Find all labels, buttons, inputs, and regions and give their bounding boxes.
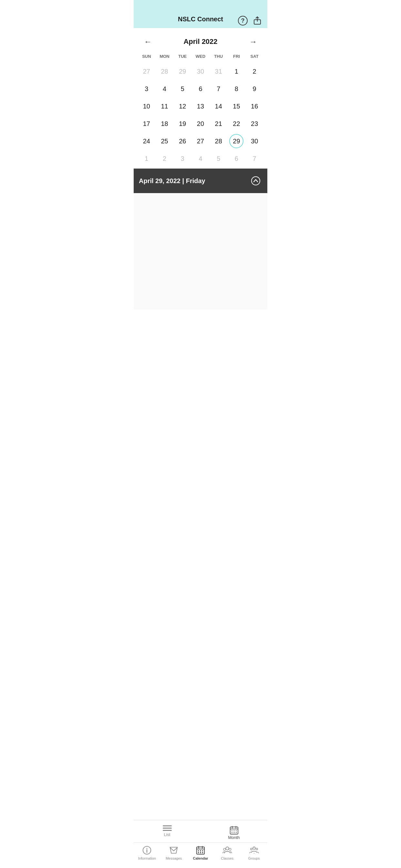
day-header-sat: SAT (245, 53, 264, 61)
header-actions: ? (238, 16, 262, 26)
month-navigation: ← April 2022 → (137, 33, 264, 53)
calendar-day[interactable]: 14 (210, 97, 227, 115)
calendar-day[interactable]: 13 (191, 97, 210, 115)
calendar-day[interactable]: 1 (137, 150, 156, 167)
calendar-day[interactable]: 2 (156, 150, 174, 167)
month-title: April 2022 (183, 37, 217, 46)
scroll-up-button[interactable] (249, 175, 262, 187)
calendar-day[interactable]: 6 (191, 80, 210, 97)
day-headers: SUN MON TUE WED THU FRI SAT (137, 53, 264, 61)
calendar-day[interactable]: 5 (174, 80, 191, 97)
calendar-day[interactable]: 8 (227, 80, 246, 97)
calendar-day[interactable]: 4 (156, 80, 174, 97)
events-area (134, 193, 267, 309)
next-month-button[interactable]: → (247, 36, 259, 48)
calendar-day[interactable]: 21 (210, 115, 227, 132)
calendar-day[interactable]: 3 (137, 80, 156, 97)
calendar-day[interactable]: 23 (245, 115, 264, 132)
calendar-day[interactable]: 22 (227, 115, 246, 132)
calendar-day[interactable]: 10 (137, 97, 156, 115)
calendar-day[interactable]: 27 (137, 63, 156, 80)
app-header: NSLC Connect ? (134, 0, 267, 28)
calendar-day-selected[interactable]: 29 (227, 132, 246, 150)
day-header-thu: THU (210, 53, 227, 61)
calendar-day[interactable]: 4 (191, 150, 210, 167)
calendar-day[interactable]: 30 (191, 63, 210, 80)
app-title: NSLC Connect (178, 16, 223, 23)
calendar-container: ← April 2022 → SUN MON TUE WED THU FRI S… (134, 28, 267, 167)
day-header-tue: TUE (174, 53, 191, 61)
day-header-wed: WED (191, 53, 210, 61)
calendar-day[interactable]: 27 (191, 132, 210, 150)
calendar-day[interactable]: 29 (174, 63, 191, 80)
calendar-day[interactable]: 24 (137, 132, 156, 150)
calendar-day[interactable]: 9 (245, 80, 264, 97)
selected-date-banner: April 29, 2022 | Friday (134, 168, 267, 193)
calendar-day[interactable]: 12 (174, 97, 191, 115)
calendar-day[interactable]: 1 (227, 63, 246, 80)
day-header-mon: MON (156, 53, 174, 61)
calendar-day[interactable]: 6 (227, 150, 246, 167)
calendar-day[interactable]: 17 (137, 115, 156, 132)
calendar-day[interactable]: 11 (156, 97, 174, 115)
calendar-day[interactable]: 5 (210, 150, 227, 167)
share-button[interactable] (252, 16, 262, 26)
calendar-day[interactable]: 19 (174, 115, 191, 132)
calendar-day[interactable]: 30 (245, 132, 264, 150)
help-button[interactable]: ? (238, 16, 248, 26)
calendar-grid: 27 28 29 30 31 1 2 3 4 5 6 7 8 9 10 11 1… (137, 63, 264, 167)
selected-date-text: April 29, 2022 | Friday (139, 177, 205, 185)
day-header-sun: SUN (137, 53, 156, 61)
calendar-day[interactable]: 18 (156, 115, 174, 132)
calendar-day[interactable]: 15 (227, 97, 246, 115)
calendar-day[interactable]: 31 (210, 63, 227, 80)
svg-point-4 (251, 177, 260, 185)
day-header-fri: FRI (227, 53, 246, 61)
calendar-day[interactable]: 3 (174, 150, 191, 167)
calendar-day[interactable]: 20 (191, 115, 210, 132)
calendar-day[interactable]: 7 (245, 150, 264, 167)
calendar-day[interactable]: 7 (210, 80, 227, 97)
svg-text:?: ? (241, 18, 245, 24)
calendar-day[interactable]: 2 (245, 63, 264, 80)
calendar-day[interactable]: 26 (174, 132, 191, 150)
calendar-day[interactable]: 25 (156, 132, 174, 150)
calendar-day[interactable]: 16 (245, 97, 264, 115)
prev-month-button[interactable]: ← (142, 36, 154, 48)
calendar-day[interactable]: 28 (210, 132, 227, 150)
calendar-day[interactable]: 28 (156, 63, 174, 80)
